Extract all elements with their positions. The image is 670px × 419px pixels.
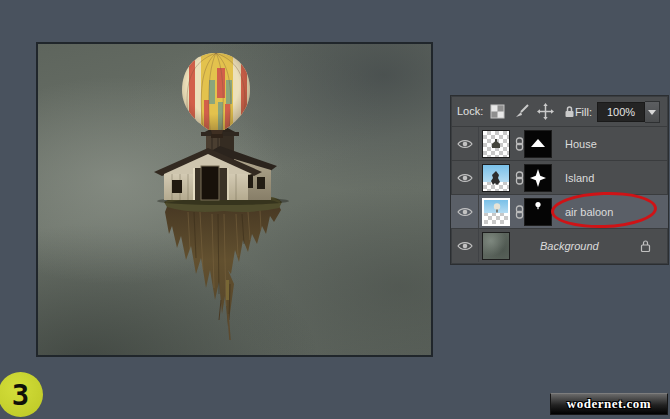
watermark-text: wodernet.com <box>567 396 651 412</box>
layer-name[interactable]: Island <box>565 172 594 184</box>
visibility-toggle[interactable] <box>451 161 479 194</box>
layer-thumbnail[interactable] <box>482 232 510 260</box>
layer-name[interactable]: House <box>565 138 597 150</box>
document-canvas[interactable] <box>36 42 433 357</box>
eye-icon <box>456 240 474 252</box>
layer-thumbnail-selected[interactable] <box>482 198 510 226</box>
visibility-toggle[interactable] <box>451 127 479 160</box>
layer-name[interactable]: air baloon <box>565 206 613 218</box>
fill-value-field[interactable]: 100% <box>597 102 645 122</box>
layer-thumbnail[interactable] <box>482 130 510 158</box>
layers-panel: Lock: Fill: 100% <box>450 95 669 265</box>
link-icon <box>515 171 524 185</box>
eye-icon <box>456 206 474 218</box>
watermark: wodernet.com <box>550 393 668 415</box>
lock-transparent-pixels-icon[interactable] <box>489 103 506 120</box>
layer-mask-thumbnail[interactable] <box>524 198 552 226</box>
step-number-badge: 3 <box>0 372 43 417</box>
link-icon <box>515 137 524 151</box>
step-number: 3 <box>12 378 29 412</box>
link-icon <box>515 205 524 219</box>
lock-image-pixels-icon[interactable] <box>513 103 530 120</box>
layer-name[interactable]: Background <box>540 240 599 252</box>
layer-locked-icon <box>639 239 652 253</box>
layers-lock-row: Lock: Fill: 100% <box>451 96 668 126</box>
layer-thumbnail[interactable] <box>482 164 510 192</box>
layer-row-air-baloon[interactable]: air baloon <box>451 194 668 228</box>
layer-row-background[interactable]: Background <box>451 228 668 262</box>
lock-label: Lock: <box>457 105 483 117</box>
eye-icon <box>456 172 474 184</box>
layer-mask-thumbnail[interactable] <box>524 130 552 158</box>
layer-row-house[interactable]: House <box>451 126 668 160</box>
lock-position-icon[interactable] <box>537 103 554 120</box>
layer-row-island[interactable]: Island <box>451 160 668 194</box>
fill-dropdown-arrow[interactable] <box>645 101 660 123</box>
island-roots <box>165 204 281 340</box>
hot-air-balloon <box>178 50 254 138</box>
eye-icon <box>456 138 474 150</box>
artwork-scene <box>38 44 431 355</box>
fill-label: Fill: <box>575 106 592 118</box>
visibility-toggle[interactable] <box>451 229 479 262</box>
layer-mask-thumbnail[interactable] <box>524 164 552 192</box>
chevron-down-icon <box>648 110 656 115</box>
visibility-toggle[interactable] <box>451 195 479 228</box>
photoshop-tutorial-screenshot: { "page": { "background_color": "#49525e… <box>0 0 670 419</box>
